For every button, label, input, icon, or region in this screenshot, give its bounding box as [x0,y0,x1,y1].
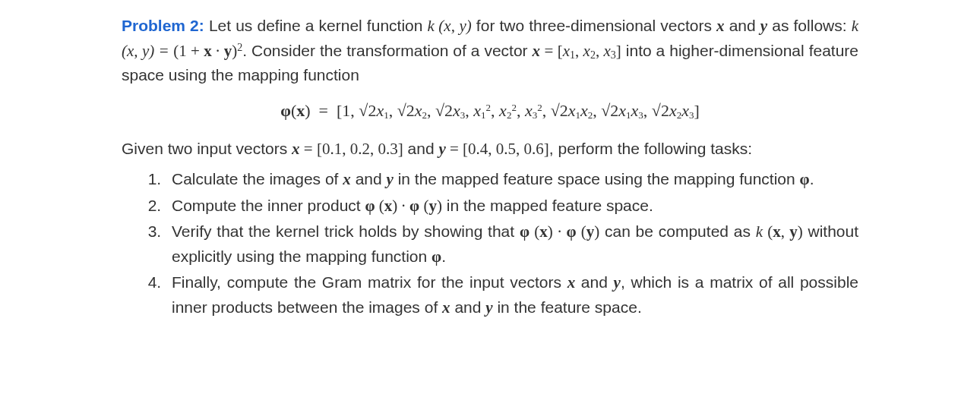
phi-symbol: φ [432,247,441,266]
problem-container: Problem 2: Let us define a kernel functi… [0,0,980,329]
text: Let us define a kernel function [204,17,428,34]
phi-y-arg: (y) [419,197,442,215]
task-4: Finally, compute the Gram matrix for the… [166,270,858,320]
phi-y: φ [566,222,576,241]
text: and [403,140,439,157]
text: and [351,170,387,188]
problem-statement: Problem 2: Let us define a kernel functi… [122,14,858,87]
vector-x: x [533,42,541,60]
k-xy-arg: (x, y) [767,222,802,241]
phi-x-arg: (x) [530,222,553,241]
phi-symbol: φ [800,170,810,188]
dot-op: · [397,197,409,215]
text: Calculate the images of [172,170,343,188]
task-list: Calculate the images of x and y in the m… [137,167,858,320]
math-k-xy: k (x, y) [428,17,472,35]
vector-x: x [292,140,300,158]
task-3: Verify that the kernel trick holds by sh… [166,219,858,269]
phi-x-arg: (x) [375,197,398,215]
eq: = [540,42,558,60]
text: as follows: [767,17,852,34]
text: , perform the following tasks: [549,140,752,157]
x-components: [x1, x2, x3] [558,42,621,60]
vector-x: x [442,298,450,317]
text: Compute the inner product [172,197,365,214]
phi-x: φ [520,222,530,241]
text: in the mapped feature space. [442,197,653,214]
task-2: Compute the inner product φ (x) · φ (y) … [166,194,858,219]
text: Verify that the kernel trick holds by sh… [172,222,520,240]
vector-y: y [760,17,767,35]
eq: = [300,140,317,158]
text: can be computed as [599,222,756,240]
math-k-def-rhs: (1 + x · y)2 [173,42,242,60]
text: Given two input vectors [122,140,292,157]
vector-x: x [343,170,351,188]
vector-x: x [567,273,576,292]
task-1: Calculate the images of x and y in the m… [166,167,858,192]
text: . Consider the transformation of a vecto… [242,42,532,59]
text: . [441,247,446,265]
text: in the mapped feature space using the ma… [394,170,800,188]
given-vectors: Given two input vectors x = [0.1, 0.2, 0… [122,137,858,162]
vector-y: y [485,298,492,317]
text: for two three-dimensional vectors [472,17,716,34]
text: . [810,170,814,188]
y-value: [0.4, 0.5, 0.6] [463,140,549,158]
text: and [575,273,613,291]
vector-y: y [438,140,445,158]
text: and [450,298,486,316]
phi-y: φ [409,197,419,215]
k-xy: k [756,222,768,241]
vector-y: y [614,273,621,292]
phi-x: φ [365,197,375,215]
vector-y: y [387,170,394,188]
text: and [725,17,760,34]
eq: = [446,140,463,158]
dot-op: · [553,222,567,241]
problem-label: Problem 2: [122,17,204,34]
text: in the feature space. [493,298,642,316]
vector-x: x [716,17,725,35]
phi-mapping-formula: φ(x) = [1, √2x1, √2x2, √2x3, x12, x22, x… [122,98,858,123]
x-value: [0.1, 0.2, 0.3] [317,140,403,158]
text: Finally, compute the Gram matrix for the… [172,273,567,291]
phi-y-arg: (y) [577,222,600,241]
